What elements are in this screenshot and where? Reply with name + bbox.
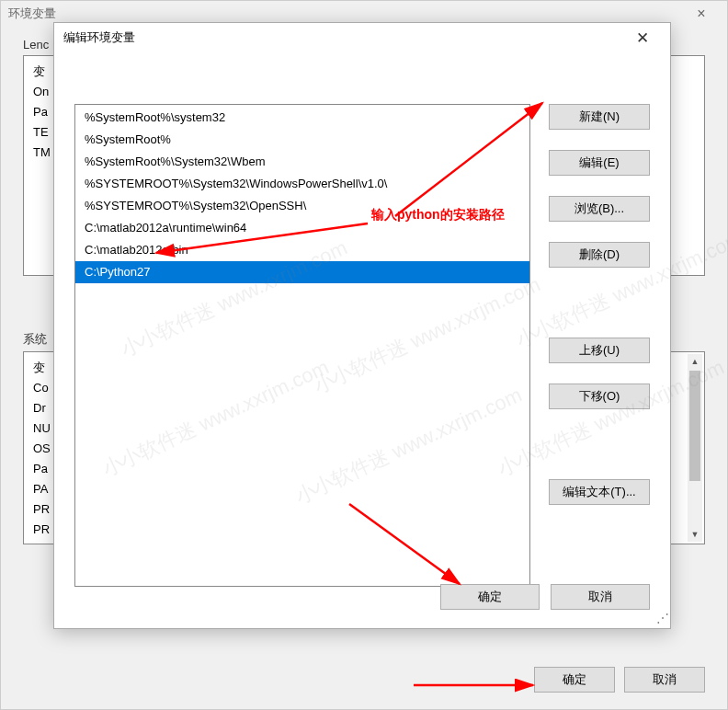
path-item[interactable]: %SYSTEMROOT%\System32\WindowsPowerShell\…	[75, 173, 529, 195]
scrollbar[interactable]: ▲ ▼	[688, 354, 702, 542]
browse-button[interactable]: 浏览(B)...	[549, 196, 650, 222]
child-titlebar: 编辑环境变量 ✕	[54, 23, 670, 52]
cancel-button[interactable]: 取消	[551, 584, 650, 610]
edit-env-var-dialog: 编辑环境变量 ✕ %SystemRoot%\system32%SystemRoo…	[53, 22, 671, 629]
ok-button[interactable]: 确定	[440, 584, 540, 610]
path-item[interactable]: C:\Python27	[75, 261, 529, 283]
side-buttons: 新建(N) 编辑(E) 浏览(B)... 删除(D) 上移(U) 下移(O) 编…	[549, 104, 650, 525]
path-listbox[interactable]: %SystemRoot%\system32%SystemRoot%%System…	[74, 104, 530, 587]
resize-grip-icon[interactable]: ⋰	[656, 614, 667, 625]
path-item[interactable]: %SystemRoot%\system32	[75, 107, 529, 129]
delete-button[interactable]: 删除(D)	[549, 242, 650, 268]
cancel-button[interactable]: 取消	[624, 667, 705, 693]
ok-button[interactable]: 确定	[534, 667, 615, 693]
movedown-button[interactable]: 下移(O)	[549, 384, 650, 409]
scroll-up-icon[interactable]: ▲	[688, 354, 702, 369]
new-button[interactable]: 新建(N)	[549, 104, 650, 130]
parent-button-row: 确定 取消	[534, 667, 705, 693]
path-item[interactable]: %SYSTEMROOT%\System32\OpenSSH\	[75, 195, 529, 217]
parent-title: 环境变量	[8, 6, 56, 22]
scroll-down-icon[interactable]: ▼	[688, 527, 702, 542]
scroll-thumb[interactable]	[689, 371, 700, 481]
edittext-button[interactable]: 编辑文本(T)...	[549, 479, 650, 505]
close-icon[interactable]: ×	[683, 6, 720, 22]
close-icon[interactable]: ✕	[624, 29, 661, 48]
path-item[interactable]: %SystemRoot%\System32\Wbem	[75, 151, 529, 173]
path-item[interactable]: %SystemRoot%	[75, 129, 529, 151]
child-body: %SystemRoot%\system32%SystemRoot%%System…	[54, 52, 670, 628]
child-button-row: 确定 取消	[440, 584, 650, 610]
child-title: 编辑环境变量	[63, 29, 135, 46]
path-item[interactable]: C:\matlab2012a\runtime\win64	[75, 217, 529, 239]
path-item[interactable]: C:\matlab2012a\bin	[75, 239, 529, 261]
moveup-button[interactable]: 上移(U)	[549, 338, 650, 363]
edit-button[interactable]: 编辑(E)	[549, 150, 650, 176]
